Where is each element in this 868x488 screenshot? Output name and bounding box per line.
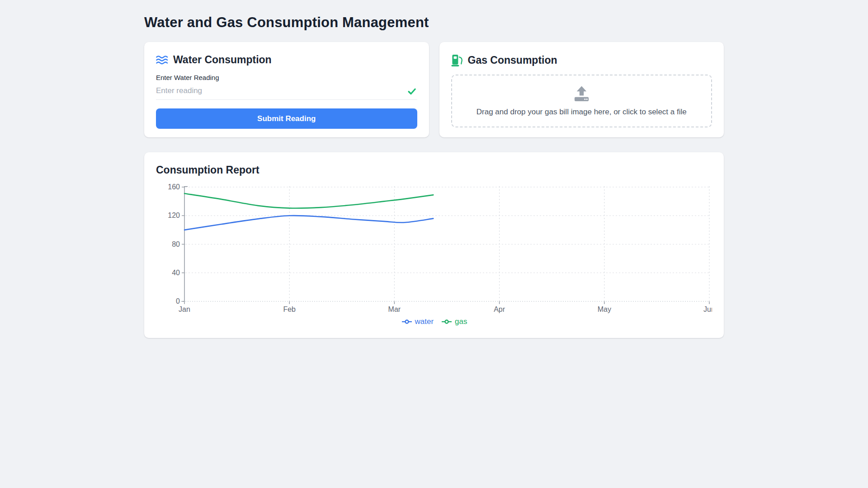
top-cards-row: Water Consumption Enter Water Reading Su… <box>144 42 724 137</box>
water-card-header: Water Consumption <box>156 54 417 66</box>
x-tick-label: Feb <box>283 305 296 313</box>
x-tick-label: Jan <box>179 305 190 313</box>
report-title: Consumption Report <box>156 164 712 176</box>
water-waves-icon <box>156 55 168 65</box>
legend-marker-water <box>401 319 413 325</box>
series-line-water <box>184 216 433 230</box>
page-title: Water and Gas Consumption Management <box>144 14 724 31</box>
y-tick-label: 120 <box>168 211 180 219</box>
water-reading-input[interactable] <box>156 84 417 99</box>
check-icon <box>407 86 417 96</box>
report-card: Consumption Report 04080120160JanFebMarA… <box>144 152 724 338</box>
x-tick-label: Mar <box>388 305 401 313</box>
consumption-chart: 04080120160JanFebMarAprMayJun <box>156 180 712 315</box>
x-tick-label: Apr <box>494 305 505 313</box>
legend-label-water: water <box>415 317 434 326</box>
y-tick-label: 80 <box>172 240 180 248</box>
chart-legend: watergas <box>156 317 712 326</box>
y-tick-label: 40 <box>172 269 180 277</box>
x-tick-label: Jun <box>703 305 712 313</box>
series-line-gas <box>184 193 433 208</box>
submit-reading-button[interactable]: Submit Reading <box>156 108 417 129</box>
legend-label-gas: gas <box>455 317 467 326</box>
gas-bill-dropzone[interactable]: Drag and drop your gas bill image here, … <box>451 75 712 127</box>
legend-item-gas[interactable]: gas <box>441 317 467 326</box>
gas-card-header: Gas Consumption <box>451 54 712 67</box>
gas-card-title: Gas Consumption <box>468 54 557 66</box>
legend-item-water[interactable]: water <box>401 317 434 326</box>
y-tick-label: 160 <box>168 183 180 191</box>
gas-card: Gas Consumption Drag and drop your gas b… <box>439 42 724 137</box>
dropzone-text: Drag and drop your gas bill image here, … <box>476 108 687 117</box>
y-tick-label: 0 <box>176 297 180 305</box>
upload-icon <box>571 85 592 103</box>
water-reading-input-row <box>156 84 417 100</box>
page-container: Water and Gas Consumption Management Wat… <box>144 0 724 338</box>
gas-pump-icon <box>451 54 463 67</box>
legend-marker-gas <box>441 319 453 325</box>
water-reading-label: Enter Water Reading <box>156 74 417 81</box>
water-card: Water Consumption Enter Water Reading Su… <box>144 42 429 137</box>
water-card-title: Water Consumption <box>173 54 272 66</box>
x-tick-label: May <box>598 305 611 313</box>
